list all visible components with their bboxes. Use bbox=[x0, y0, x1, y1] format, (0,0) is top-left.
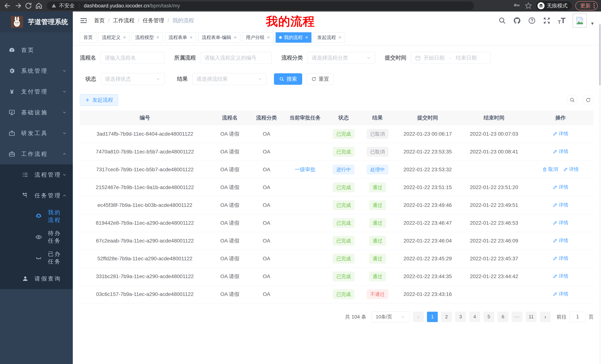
sidebar-item-infra[interactable]: 基础设施 bbox=[0, 102, 73, 123]
fullscreen-icon[interactable] bbox=[543, 17, 551, 25]
start-date-placeholder[interactable]: 开始日期 bbox=[424, 54, 444, 61]
detail-action-link[interactable]: 详情 bbox=[553, 148, 568, 155]
tab-close-icon[interactable]: × bbox=[234, 35, 237, 40]
detail-action-link[interactable]: 详情 bbox=[553, 130, 568, 137]
reset-button[interactable]: 重置 bbox=[307, 73, 334, 85]
process-id-cell: 52ffd28e-7b9a-11ec-a290-acde48001122 bbox=[80, 250, 210, 268]
scrollbar-thumb[interactable] bbox=[599, 24, 601, 85]
bookmark-star-icon[interactable] bbox=[524, 2, 532, 10]
sidebar-item-label: 我的流程 bbox=[48, 209, 67, 224]
view-tab[interactable]: 流程模型 × bbox=[132, 32, 163, 43]
sidebar-item-todo-tasks[interactable]: 待办任务 bbox=[0, 227, 73, 248]
search-button[interactable]: 搜索 bbox=[274, 73, 302, 85]
goto-page-input[interactable] bbox=[569, 312, 586, 322]
result-select[interactable]: 请选择流结果 bbox=[192, 73, 267, 85]
browser-reload-button[interactable] bbox=[24, 1, 33, 10]
table-column-header: 当前审批任务 bbox=[283, 111, 327, 125]
process-def-input[interactable] bbox=[204, 55, 267, 61]
sidebar-item-home[interactable]: 首页 bbox=[0, 40, 73, 60]
detail-action-link[interactable]: 详情 bbox=[553, 255, 568, 262]
table-column-header: 流程分类 bbox=[250, 111, 283, 125]
refresh-table-button[interactable] bbox=[583, 95, 594, 105]
detail-action-link[interactable]: 详情 bbox=[553, 291, 568, 297]
view-tab[interactable]: 首页 × bbox=[80, 32, 96, 43]
app-logo bbox=[11, 16, 23, 28]
current-task-link[interactable]: 一级审批 bbox=[295, 167, 316, 172]
page-size-select[interactable]: 10条/页 bbox=[371, 312, 410, 322]
view-tab[interactable]: 用户分组 × bbox=[242, 32, 273, 43]
detail-action-link[interactable]: 详情 bbox=[563, 166, 579, 172]
kebab-menu-icon[interactable] bbox=[594, 3, 595, 8]
detail-action-link[interactable]: 详情 bbox=[553, 273, 568, 279]
breadcrumb-task-mgmt[interactable]: 任务管理 bbox=[143, 17, 164, 24]
sidebar-collapse-icon[interactable] bbox=[80, 17, 88, 25]
end-date-placeholder[interactable]: 结束日期 bbox=[456, 54, 477, 61]
next-page-button[interactable]: › bbox=[540, 312, 551, 322]
avatar-caret-icon[interactable]: ▾ bbox=[591, 21, 594, 26]
active-dot bbox=[279, 36, 282, 39]
tab-close-icon[interactable]: × bbox=[156, 35, 159, 40]
sidebar-item-payment[interactable]: ¥ 支付管理 bbox=[0, 81, 73, 102]
detail-action-link[interactable]: 详情 bbox=[553, 237, 568, 244]
sidebar-item-label: 研发工具 bbox=[21, 130, 62, 137]
breadcrumb-home[interactable]: 首页 bbox=[94, 17, 105, 24]
search-icon[interactable] bbox=[498, 17, 506, 25]
sidebar-item-workflow[interactable]: 工作流程 bbox=[0, 144, 73, 164]
browser-back-button[interactable] bbox=[3, 1, 12, 10]
breadcrumb-workflow[interactable]: 工作流程 bbox=[113, 17, 134, 24]
page-number-button[interactable]: 4 bbox=[469, 312, 480, 322]
page-number-button[interactable]: 6 bbox=[498, 312, 508, 322]
process-category-cell: OA bbox=[250, 125, 283, 143]
tab-close-icon[interactable]: × bbox=[338, 35, 341, 40]
browser-home-button[interactable] bbox=[35, 1, 43, 10]
sidebar-item-my-process[interactable]: 我的流程 bbox=[0, 206, 73, 227]
incognito-label: 无痕模式 bbox=[547, 2, 568, 9]
view-tab[interactable]: 流程表单 × bbox=[165, 32, 196, 43]
sidebar-item-devtools[interactable]: 研发工具 bbox=[0, 123, 73, 144]
status-select[interactable]: 请选择状态 bbox=[101, 73, 165, 85]
page-number-button[interactable]: ··· bbox=[512, 312, 522, 322]
logo-row[interactable]: 芋道管理系统 bbox=[0, 11, 73, 32]
page-number-button[interactable]: 1 bbox=[427, 312, 438, 322]
sidebar-item-task-mgmt[interactable]: 任务管理 bbox=[0, 185, 73, 206]
help-icon[interactable] bbox=[528, 17, 536, 25]
sidebar-item-process-mgmt[interactable]: 流程管理 bbox=[0, 164, 73, 185]
flow-share-icon bbox=[22, 192, 29, 199]
sidebar-item-leave-query[interactable]: 请假查询 bbox=[0, 268, 73, 289]
page-number-button[interactable]: 5 bbox=[483, 312, 494, 322]
browser-update-button[interactable]: 更新 bbox=[575, 1, 598, 10]
tab-close-icon[interactable]: × bbox=[123, 35, 126, 40]
table-header-row: 编号 流程名 流程分类 当前审批任务 状态 结果 提交时间 bbox=[80, 111, 594, 125]
tab-close-icon[interactable]: × bbox=[267, 35, 270, 40]
view-tab[interactable]: 发起流程 × bbox=[314, 32, 345, 43]
category-select[interactable]: 请选择流程分类 bbox=[307, 52, 375, 64]
avatar[interactable] bbox=[573, 14, 587, 28]
result-badge: 不通过 bbox=[367, 289, 388, 299]
view-tab[interactable]: 我的流程 × bbox=[276, 32, 311, 43]
page-number-button[interactable]: 2 bbox=[441, 312, 452, 322]
github-icon[interactable] bbox=[513, 17, 521, 25]
submit-time-range[interactable]: 开始日期 - 结束日期 bbox=[411, 52, 491, 64]
detail-action-link[interactable]: 详情 bbox=[553, 220, 568, 226]
process-id-cell: 3ad174fb-7b9d-11ec-8404-acde48001122 bbox=[80, 125, 210, 143]
tab-close-icon[interactable]: × bbox=[305, 35, 308, 40]
page-number-button[interactable]: 3 bbox=[455, 312, 466, 322]
prev-page-button[interactable]: ‹ bbox=[413, 312, 424, 322]
tab-close-icon[interactable]: × bbox=[190, 35, 192, 40]
sidebar-item-done-tasks[interactable]: 已办任务 bbox=[0, 248, 73, 268]
toggle-search-button[interactable] bbox=[567, 95, 578, 105]
browser-forward-button[interactable] bbox=[14, 1, 22, 10]
detail-action-link[interactable]: 详情 bbox=[553, 202, 568, 208]
view-tab[interactable]: 流程定义 × bbox=[99, 32, 130, 43]
view-tab[interactable]: 流程表单-编辑 × bbox=[198, 32, 240, 43]
process-name-input[interactable] bbox=[105, 55, 160, 61]
cancel-action-link[interactable]: 取消 bbox=[542, 166, 558, 172]
font-size-icon[interactable]: TT bbox=[558, 16, 566, 25]
page-number-button[interactable]: 11 bbox=[526, 312, 537, 322]
sidebar-item-system[interactable]: 系统管理 bbox=[0, 60, 73, 81]
password-key-icon[interactable] bbox=[513, 2, 521, 10]
address-bar[interactable]: 不安全 dashboard.yudao.iocoder.cn/bpm/task/… bbox=[47, 1, 474, 10]
detail-action-link[interactable]: 详情 bbox=[553, 184, 568, 190]
create-process-button[interactable]: 发起流程 bbox=[80, 94, 118, 106]
page-scrollbar[interactable] bbox=[599, 23, 601, 364]
